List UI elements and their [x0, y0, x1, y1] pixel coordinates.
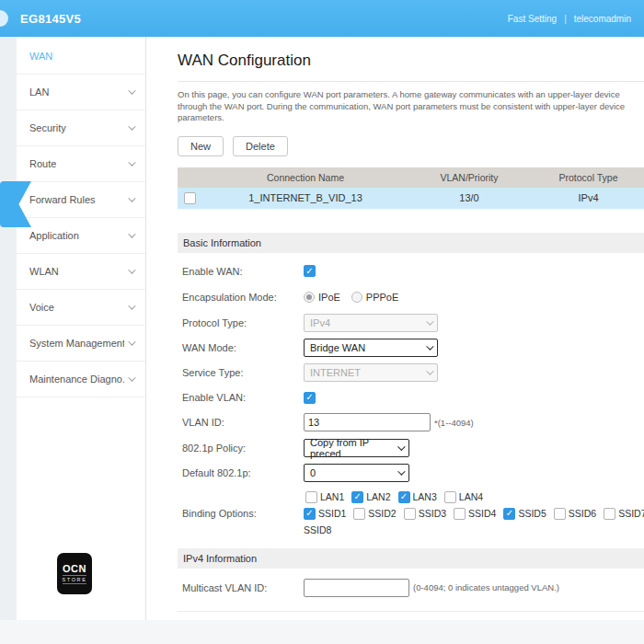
pppoe-radio — [351, 292, 362, 303]
chevron-down-icon — [128, 230, 135, 237]
col-vlan-priority: VLAN/Priority — [406, 172, 533, 183]
chevron-down-icon — [397, 467, 405, 475]
row-checkbox[interactable] — [184, 192, 196, 204]
account-name[interactable]: telecomadmin — [574, 14, 631, 24]
wan-mode-select[interactable]: Bridge WAN — [304, 339, 438, 357]
fast-setting-link[interactable]: Fast Setting — [508, 14, 557, 24]
lan4-checkbox[interactable] — [444, 491, 456, 503]
device-name: EG8145V5 — [20, 12, 81, 26]
sidebar-item-forward-rules[interactable]: Forward Rules — [17, 182, 145, 218]
sidebar-item-security[interactable]: Security — [17, 110, 145, 146]
default-8021p-select[interactable]: 0 — [304, 464, 409, 482]
chevron-down-icon — [128, 122, 135, 130]
cell-vlan-priority: 13/0 — [406, 192, 533, 203]
vlan-id-input[interactable] — [304, 413, 431, 431]
sidebar: WAN LAN Security Route Forward Rules App… — [17, 37, 146, 620]
sidebar-item-system-management[interactable]: System Management — [17, 326, 145, 362]
page-title: WAN Configuration — [178, 52, 644, 70]
binding-options-row: Binding Options: LAN1 LAN2 LAN3 LAN4 SSI… — [178, 486, 644, 541]
sidebar-item-application[interactable]: Application — [17, 218, 145, 254]
left-gutter — [0, 37, 17, 620]
binding-lan-row: LAN1 LAN2 LAN3 LAN4 — [305, 491, 644, 503]
new-button[interactable]: New — [178, 136, 224, 156]
lan3-checkbox[interactable] — [398, 491, 410, 503]
chevron-down-icon — [128, 266, 135, 273]
table-header-row: Connection Name VLAN/Priority Protocol T… — [178, 167, 644, 188]
brand: EG8145V5 — [17, 12, 81, 26]
table-toolbar: New Delete — [178, 136, 644, 156]
delete-button[interactable]: Delete — [233, 136, 288, 156]
ssid4-checkbox[interactable] — [454, 508, 466, 520]
sidebar-item-lan[interactable]: LAN — [17, 75, 145, 110]
connections-table: Connection Name VLAN/Priority Protocol T… — [178, 167, 644, 209]
ssid7-checkbox[interactable] — [604, 508, 615, 520]
col-connection-name: Connection Name — [205, 172, 406, 183]
ssid2-checkbox[interactable] — [353, 508, 365, 520]
protocol-type-row: Protocol Type: IPv4 — [178, 310, 644, 336]
enable-wan-row: Enable WAN: — [178, 259, 644, 284]
lan2-checkbox[interactable] — [351, 491, 363, 503]
chevron-down-icon — [128, 194, 135, 201]
sidebar-item-route[interactable]: Route — [17, 146, 145, 182]
sidebar-item-wan[interactable]: WAN — [17, 39, 145, 75]
sidebar-item-voice[interactable]: Voice — [17, 290, 145, 326]
ipv4-information-section-header: IPv4 Information — [178, 548, 644, 569]
vlan-id-note: *(1--4094) — [434, 418, 474, 428]
chevron-down-icon — [426, 317, 433, 325]
sidebar-item-maintenance-diagnose[interactable]: Maintenance Diagno.. — [17, 362, 145, 397]
enable-wan-checkbox[interactable] — [304, 265, 316, 277]
vlan-id-row: VLAN ID: *(1--4094) — [178, 410, 644, 435]
ssid5-checkbox[interactable] — [503, 508, 515, 520]
ssid1-checkbox[interactable] — [304, 508, 316, 520]
multicast-vlan-note: (0-4094; 0 indicates untagged VLAN.) — [413, 582, 559, 592]
header-divider: | — [564, 14, 567, 24]
footer-strip — [0, 620, 644, 644]
page-description: On this page, you can configure WAN port… — [178, 89, 643, 124]
ipoe-radio — [304, 292, 315, 303]
chevron-down-icon — [128, 338, 135, 345]
multicast-vlan-row: Multicast VLAN ID: (0-4094; 0 indicates … — [178, 574, 644, 602]
protocol-type-select: IPv4 — [304, 314, 438, 332]
top-header-bar: EG8145V5 Fast Setting | telecomadmin — [0, 0, 644, 37]
chevron-down-icon — [128, 302, 135, 309]
cell-protocol-type: IPv4 — [533, 192, 644, 203]
ssid3-checkbox[interactable] — [404, 508, 416, 520]
basic-information-section-header: Basic Information — [178, 233, 644, 253]
chevron-down-icon — [426, 367, 433, 374]
col-protocol-type: Protocol Type — [533, 172, 644, 183]
chevron-down-icon — [128, 374, 135, 381]
encapsulation-mode-row: Encapsulation Mode: IPoE PPPoE — [178, 284, 644, 310]
title-divider — [178, 81, 644, 82]
table-row[interactable]: 1_INTERNET_B_VID_13 13/0 IPv4 — [178, 188, 644, 209]
8021p-policy-row: 802.1p Policy: Copy from IP preced — [178, 435, 644, 461]
chevron-down-icon — [397, 443, 405, 450]
chevron-down-icon — [128, 86, 135, 94]
ocn-store-badge: OCN STORE — [57, 553, 92, 594]
cell-connection-name: 1_INTERNET_B_VID_13 — [205, 192, 406, 203]
main-content: WAN Configuration On this page, you can … — [178, 37, 644, 644]
chevron-down-icon — [128, 158, 135, 166]
service-type-row: Service Type: INTERNET — [178, 361, 644, 385]
sidebar-item-wlan[interactable]: WLAN — [17, 254, 145, 290]
multicast-vlan-input[interactable] — [304, 579, 409, 597]
enable-vlan-row: Enable VLAN: — [178, 385, 644, 410]
binding-ssid8-label-row: SSID8 — [304, 524, 644, 535]
actions-divider — [178, 611, 644, 612]
service-type-select: INTERNET — [304, 363, 438, 382]
basic-information-form: Enable WAN: Encapsulation Mode: IPoE PPP… — [178, 259, 644, 541]
default-8021p-row: Default 802.1p: 0 — [178, 461, 644, 486]
wan-mode-row: WAN Mode: Bridge WAN — [178, 336, 644, 361]
8021p-policy-select[interactable]: Copy from IP preced — [304, 439, 409, 457]
huawei-logo-icon — [0, 10, 8, 27]
ssid6-checkbox[interactable] — [554, 508, 566, 520]
chevron-down-icon — [426, 342, 433, 350]
lan1-checkbox[interactable] — [305, 491, 317, 503]
binding-ssid-row: SSID1 SSID2 SSID3 SSID4 SSID5 SSID6 SSID… — [304, 508, 644, 520]
enable-vlan-checkbox[interactable] — [304, 392, 316, 404]
